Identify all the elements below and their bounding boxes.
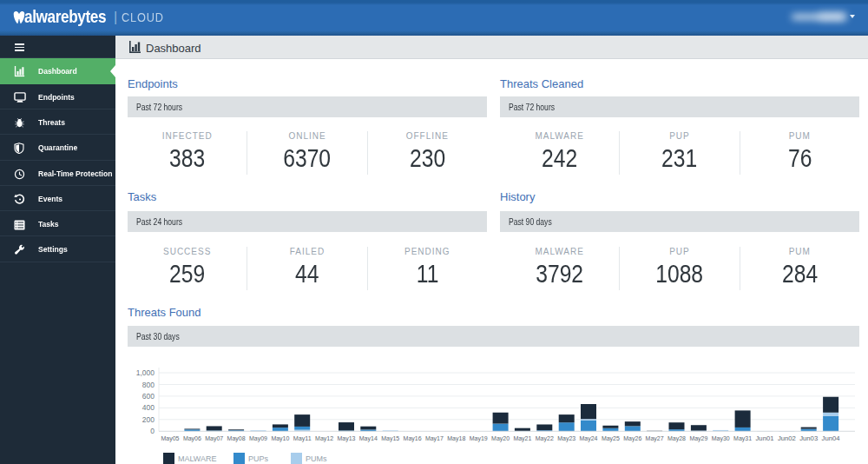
- svg-text:Jun01: Jun01: [756, 434, 774, 442]
- svg-text:May14: May14: [359, 434, 378, 442]
- svg-text:May05: May05: [161, 434, 180, 442]
- svg-text:May16: May16: [404, 434, 422, 442]
- svg-text:1,000: 1,000: [136, 368, 155, 377]
- svg-text:May07: May07: [205, 434, 223, 442]
- svg-text:May09: May09: [249, 434, 267, 442]
- svg-text:May23: May23: [557, 434, 575, 442]
- svg-text:PUPs: PUPs: [248, 454, 269, 463]
- svg-text:May10: May10: [271, 434, 289, 442]
- svg-text:Jun03: Jun03: [799, 434, 818, 442]
- svg-text:May18: May18: [447, 434, 465, 442]
- svg-text:May29: May29: [689, 434, 707, 442]
- svg-text:600: 600: [142, 392, 155, 401]
- svg-text:PUMs: PUMs: [306, 454, 327, 463]
- svg-text:May24: May24: [580, 434, 598, 442]
- svg-text:May17: May17: [425, 434, 444, 442]
- svg-text:Jun04: Jun04: [822, 434, 840, 442]
- svg-text:May06: May06: [183, 434, 201, 442]
- svg-text:0: 0: [150, 427, 155, 435]
- svg-text:May15: May15: [381, 434, 399, 442]
- svg-text:May12: May12: [315, 434, 333, 442]
- svg-text:May21: May21: [513, 434, 531, 442]
- svg-text:Jun02: Jun02: [778, 434, 796, 442]
- svg-text:May30: May30: [712, 434, 730, 442]
- svg-text:May31: May31: [733, 434, 752, 442]
- svg-text:May28: May28: [667, 434, 686, 442]
- svg-text:May22: May22: [536, 434, 554, 442]
- svg-text:800: 800: [142, 381, 155, 389]
- svg-text:May26: May26: [623, 434, 641, 442]
- svg-text:May11: May11: [293, 434, 312, 442]
- svg-text:May20: May20: [491, 434, 510, 442]
- svg-text:May08: May08: [227, 434, 246, 442]
- svg-text:400: 400: [142, 403, 155, 412]
- svg-text:May13: May13: [338, 434, 356, 442]
- svg-text:May19: May19: [470, 434, 488, 442]
- svg-text:200: 200: [142, 415, 155, 424]
- svg-text:MALWARE: MALWARE: [178, 454, 217, 463]
- svg-text:May25: May25: [602, 434, 620, 442]
- svg-text:May27: May27: [646, 434, 664, 442]
